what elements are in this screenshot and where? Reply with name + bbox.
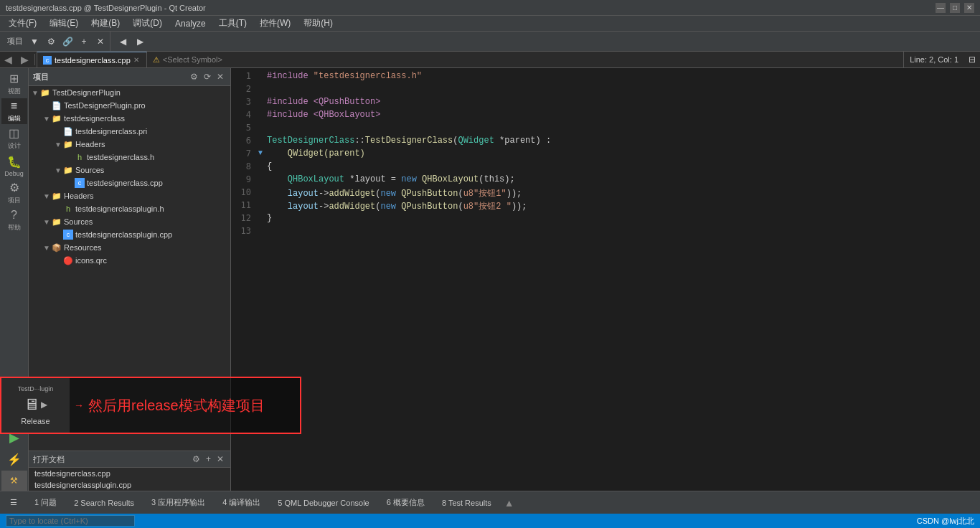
code-line-4: 4 #include <QHBoxLayout>: [231, 110, 980, 123]
tab-nav-next[interactable]: ▶: [17, 52, 33, 67]
help-label: 帮助: [8, 223, 21, 232]
tab-bar-row: ◀ ▶ c testdesignerclass.cpp ✕ ⚠ <Select …: [0, 52, 980, 68]
menu-build[interactable]: 构建(B): [85, 16, 126, 31]
tree-label: testdesignerclass.pri: [75, 127, 147, 136]
tree-item-cpp1[interactable]: c testdesignerclass.cpp: [29, 176, 230, 189]
open-doc-item-2[interactable]: testdesignerclassplugin.cpp: [29, 479, 230, 491]
debug-run-button[interactable]: ⚡: [1, 449, 27, 469]
code-line-13: 13: [231, 226, 980, 239]
tree-label: icons.qrc: [75, 256, 107, 265]
line-col-info: Line: 2, Col: 1: [903, 52, 964, 67]
build-button[interactable]: ⚒: [1, 471, 27, 491]
split-editor-btn[interactable]: ⊟: [964, 52, 980, 67]
menu-debug[interactable]: 调试(D): [127, 16, 168, 31]
tree-item-cpp2[interactable]: c testdesignerclassplugin.cpp: [29, 228, 230, 241]
tree-item-qrc[interactable]: 🔴 icons.qrc: [29, 254, 230, 267]
tree-item-pri[interactable]: 📄 testdesignerclass.pri: [29, 125, 230, 138]
open-docs-add-btn[interactable]: +: [204, 453, 213, 465]
menu-widget[interactable]: 控件(W): [254, 16, 296, 31]
h-icon: h: [63, 204, 73, 214]
locate-search-input[interactable]: [6, 515, 135, 527]
tree-item-h2[interactable]: h testdesignerclassplugin.h: [29, 202, 230, 215]
tree-item-testdesignerclass-folder[interactable]: ▼ 📁 testdesignerclass: [29, 112, 230, 125]
cpp-icon: c: [75, 178, 85, 188]
monitor-icon: 🖥: [24, 395, 39, 414]
bottom-tab-summary[interactable]: 6 概要信息: [380, 495, 432, 510]
menu-edit[interactable]: 编辑(E): [44, 16, 84, 31]
bottom-tab-qml-debug[interactable]: 5 QML Debugger Console: [270, 496, 376, 509]
sidebar-item-help[interactable]: ? 帮助: [1, 207, 27, 233]
tree-item-sources2[interactable]: ▼ 📁 Sources: [29, 215, 230, 228]
line-content-12: }: [267, 213, 272, 223]
bottom-tab-issues[interactable]: 1 问题: [27, 495, 64, 510]
folder-icon: 📁: [52, 113, 62, 123]
panel-sync-btn[interactable]: ⟳: [202, 71, 213, 82]
open-docs-options-btn[interactable]: ⚙: [190, 453, 202, 465]
sidebar-item-edit[interactable]: ≡ 编辑: [1, 98, 27, 124]
tree-item-headers2[interactable]: ▼ 📁 Headers: [29, 189, 230, 202]
bottom-sidebar-toggle[interactable]: ☰: [3, 496, 24, 509]
open-doc-item-1[interactable]: testdesignerclass.cpp: [29, 468, 230, 479]
add-btn[interactable]: +: [76, 34, 92, 50]
nav-next-btn[interactable]: ▶: [132, 34, 148, 50]
tree-label: testdesignerclassplugin.h: [75, 204, 164, 213]
bottom-tab-test[interactable]: 8 Test Results: [435, 496, 499, 509]
debug-label: Debug: [4, 170, 24, 177]
folder-icon: 📁: [63, 139, 73, 149]
project-panel-title: 项目: [33, 72, 49, 82]
tree-label: Headers: [64, 192, 94, 200]
tab-nav-prev[interactable]: ◀: [0, 52, 17, 67]
toggle-icon: ▼: [43, 218, 52, 226]
tree-item-headers1[interactable]: ▼ 📁 Headers: [29, 138, 230, 151]
sidebar-item-debug[interactable]: 🐛 Debug: [1, 153, 27, 179]
toolbar: 项目 ▼ ⚙ 🔗 + ✕ ◀ ▶: [0, 32, 980, 52]
annotation-arrow: →: [74, 400, 84, 411]
panel-close-btn[interactable]: ✕: [215, 71, 226, 82]
code-line-3: 3 #include <QPushButton>: [231, 97, 980, 110]
tab-close-btn[interactable]: ✕: [133, 56, 139, 64]
close-panel-btn[interactable]: ✕: [93, 34, 108, 50]
sidebar-item-design[interactable]: ◫ 设计: [1, 126, 27, 151]
maximize-button[interactable]: □: [950, 3, 960, 13]
bottom-tab-app-output[interactable]: 3 应用程序输出: [144, 495, 212, 510]
sidebar-item-view[interactable]: ⊞ 视图: [1, 71, 27, 97]
tab-testdesignerclass-cpp[interactable]: c testdesignerclass.cpp ✕: [37, 52, 147, 67]
nav-prev-btn[interactable]: ◀: [115, 34, 131, 50]
panel-filter-btn[interactable]: ⚙: [188, 71, 200, 82]
code-line-12: 12 }: [231, 213, 980, 226]
symbol-selector[interactable]: <Select Symbol>: [163, 55, 222, 64]
bottom-tab-compile[interactable]: 4 编译输出: [215, 495, 268, 510]
link-btn[interactable]: 🔗: [60, 34, 75, 50]
h-icon: h: [75, 152, 85, 162]
status-left: [6, 515, 135, 527]
code-area[interactable]: 1 #include "testdesignerclass.h" 2 3: [231, 68, 980, 491]
tree-label: testdesignerclass.cpp: [87, 179, 163, 187]
tree-item-TestDesignerPlugin[interactable]: ▼ 📁 TestDesignerPlugin: [29, 86, 230, 99]
tree-item-h1[interactable]: h testdesignerclass.h: [29, 151, 230, 164]
line-content-9: QHBoxLayout *layout = new QHBoxLayout(th…: [267, 174, 515, 184]
code-editor[interactable]: 1 #include "testdesignerclass.h" 2 3: [231, 68, 980, 491]
close-button[interactable]: ✕: [964, 3, 974, 13]
menu-tools[interactable]: 工具(T): [213, 16, 253, 31]
filter-btn[interactable]: ⚙: [43, 34, 59, 50]
toolbar-dropdown-btn[interactable]: ▼: [27, 34, 42, 50]
tree-item-sources1[interactable]: ▼ 📁 Sources: [29, 164, 230, 176]
minimize-button[interactable]: —: [936, 3, 946, 13]
menu-file[interactable]: 文件(F): [3, 16, 42, 31]
sidebar-item-project[interactable]: ⚙ 项目: [1, 180, 27, 206]
tree-label: Sources: [64, 217, 93, 226]
line-arrow-7: ▼: [257, 148, 267, 156]
menu-analyze[interactable]: Analyze: [169, 17, 212, 30]
tree-item-resources[interactable]: ▼ 📦 Resources: [29, 241, 230, 254]
line-content-1: #include "testdesignerclass.h": [267, 71, 422, 81]
line-number-10: 10: [231, 187, 257, 197]
folder-icon: 📁: [40, 88, 50, 98]
window-controls: — □ ✕: [936, 3, 974, 13]
tree-item-pro[interactable]: 📄 TestDesignerPlugin.pro: [29, 99, 230, 112]
pri-icon: 📄: [63, 126, 73, 136]
bottom-more-btn[interactable]: ▲: [501, 497, 517, 509]
open-docs-close-btn[interactable]: ✕: [215, 453, 226, 465]
bottom-tab-search[interactable]: 2 Search Results: [67, 496, 141, 509]
menu-help[interactable]: 帮助(H): [298, 16, 339, 31]
code-line-2: 2: [231, 84, 980, 97]
